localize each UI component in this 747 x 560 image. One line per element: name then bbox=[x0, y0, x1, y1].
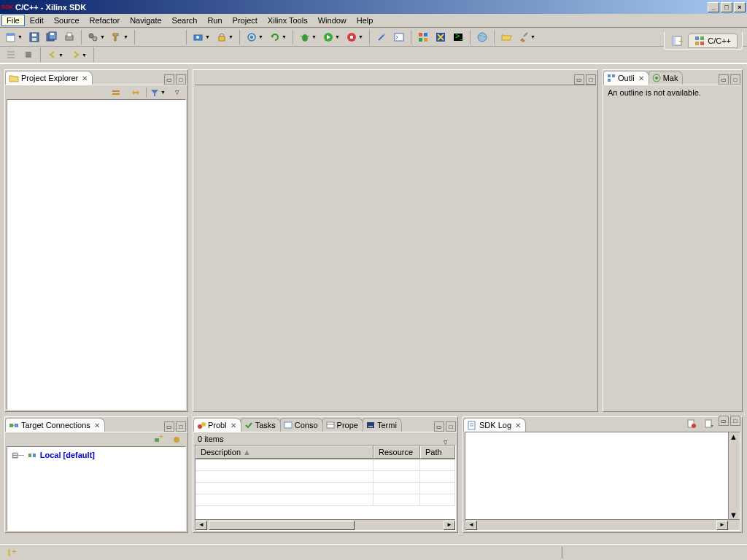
refresh-dropdown-button[interactable]: ▼ bbox=[267, 29, 289, 45]
console-button[interactable] bbox=[391, 29, 407, 45]
close-tab-icon[interactable]: ✕ bbox=[515, 421, 521, 429]
column-resource[interactable]: Resource bbox=[374, 446, 420, 459]
problems-tab[interactable]: Probl ✕ bbox=[193, 418, 241, 432]
close-button[interactable]: × bbox=[734, 2, 746, 12]
maximize-editor-button[interactable]: □ bbox=[586, 74, 596, 85]
close-tab-icon[interactable]: ✕ bbox=[94, 421, 100, 429]
minimize-view-button[interactable]: ▭ bbox=[719, 416, 729, 426]
menu-window[interactable]: Window bbox=[313, 15, 352, 26]
perspective-cpp-tab[interactable]: C/C++ bbox=[688, 34, 738, 48]
brush-dropdown-button[interactable]: ▼ bbox=[516, 29, 538, 45]
debug-dropdown-button[interactable]: ▼ bbox=[297, 29, 319, 45]
print-button[interactable] bbox=[61, 29, 77, 45]
save-button[interactable] bbox=[26, 29, 42, 45]
horizontal-scrollbar[interactable]: ◄ ► bbox=[196, 519, 455, 530]
minimize-view-button[interactable]: ▭ bbox=[164, 421, 174, 432]
menu-project[interactable]: Project bbox=[228, 15, 263, 26]
maximize-button[interactable]: □ bbox=[721, 2, 732, 12]
run-dropdown-button[interactable]: ▼ bbox=[320, 29, 342, 45]
close-tab-icon[interactable]: ✕ bbox=[638, 74, 644, 82]
status-indicator-icon[interactable]: + bbox=[3, 545, 19, 561]
view-menu-button[interactable]: ▽ bbox=[169, 85, 185, 101]
minimize-view-button[interactable]: ▭ bbox=[719, 74, 729, 85]
tree-expand-icon[interactable]: ⊟─ bbox=[12, 451, 24, 460]
problems-table[interactable]: Description ▲ Resource Path ◄ ► bbox=[195, 445, 456, 531]
target-settings-button[interactable] bbox=[169, 432, 185, 448]
minimize-view-button[interactable]: ▭ bbox=[164, 74, 174, 85]
back-dropdown-button[interactable]: ▼ bbox=[44, 47, 66, 63]
minimize-editor-button[interactable]: ▭ bbox=[574, 74, 584, 85]
minimize-button[interactable]: _ bbox=[708, 2, 719, 12]
globe-icon[interactable] bbox=[474, 29, 490, 45]
maximize-view-button[interactable]: □ bbox=[176, 421, 186, 432]
lock-dropdown-button[interactable]: ▼ bbox=[214, 29, 236, 45]
scroll-up-button[interactable]: ▲ bbox=[729, 432, 740, 441]
column-description[interactable]: Description ▲ bbox=[196, 446, 374, 459]
make-tab[interactable]: Mak bbox=[649, 71, 684, 85]
target-connections-toolbar: + bbox=[5, 432, 187, 446]
menu-xilinx-tools[interactable]: Xilinx Tools bbox=[263, 15, 313, 26]
horizontal-scrollbar[interactable]: ◄ ► bbox=[465, 519, 740, 530]
vertical-scrollbar[interactable]: ▲ ▼ bbox=[728, 432, 740, 519]
new-dropdown-button[interactable]: ▼ bbox=[3, 29, 25, 45]
close-tab-icon[interactable]: ✕ bbox=[82, 74, 88, 82]
scroll-right-button[interactable]: ► bbox=[444, 521, 455, 530]
toolbar-separator bbox=[134, 30, 135, 44]
tasks-tab[interactable]: Tasks bbox=[241, 418, 281, 432]
collapse-all-button[interactable] bbox=[108, 85, 124, 101]
menu-help[interactable]: Help bbox=[352, 15, 379, 26]
scroll-thumb[interactable] bbox=[209, 521, 355, 530]
properties-tab[interactable]: Prope bbox=[322, 418, 363, 432]
close-tab-icon[interactable]: ✕ bbox=[231, 421, 236, 429]
nav-list-button[interactable] bbox=[3, 47, 19, 63]
minimize-view-button[interactable]: ▭ bbox=[434, 421, 444, 432]
external-tools-dropdown-button[interactable]: ▼ bbox=[344, 29, 365, 45]
target-dropdown-button[interactable]: ▼ bbox=[244, 29, 266, 45]
scroll-left-button[interactable]: ◄ bbox=[465, 521, 477, 530]
menu-refactor[interactable]: Refactor bbox=[85, 15, 125, 26]
scroll-down-button[interactable]: ▼ bbox=[729, 510, 740, 519]
open-perspective-button[interactable]: + bbox=[669, 33, 685, 49]
filter-button[interactable]: ▼ bbox=[150, 85, 166, 101]
clear-log-button[interactable] bbox=[684, 416, 700, 432]
terminal-tab[interactable]: Termi bbox=[363, 418, 402, 432]
xilinx-icon[interactable] bbox=[433, 29, 449, 45]
maximize-view-button[interactable]: □ bbox=[176, 74, 186, 85]
scroll-left-button[interactable]: ◄ bbox=[196, 521, 207, 530]
target-connections-tree[interactable]: ⊟─ Local [default] bbox=[7, 446, 186, 531]
save-all-button[interactable] bbox=[44, 29, 60, 45]
menu-run[interactable]: Run bbox=[202, 15, 227, 26]
menu-search[interactable]: Search bbox=[167, 15, 203, 26]
terminal-icon[interactable]: >_ bbox=[450, 29, 466, 45]
camera-dropdown-button[interactable]: ▼ bbox=[190, 29, 212, 45]
svg-rect-45 bbox=[112, 90, 120, 92]
link-editor-button[interactable] bbox=[127, 85, 143, 101]
folder-open-icon[interactable] bbox=[498, 29, 514, 45]
sdk-log-tab[interactable]: SDK Log ✕ bbox=[463, 418, 526, 432]
grid-icon[interactable] bbox=[415, 29, 431, 45]
sdk-log-body[interactable]: ▲ ▼ ◄ ► bbox=[465, 432, 740, 531]
maximize-view-button[interactable]: □ bbox=[730, 74, 740, 85]
build-dropdown-button[interactable]: ▼ bbox=[85, 29, 107, 45]
column-path[interactable]: Path bbox=[420, 446, 455, 459]
target-local-item[interactable]: ⊟─ Local [default] bbox=[7, 447, 185, 463]
nav-stop-button[interactable] bbox=[20, 47, 36, 63]
target-connections-tab[interactable]: Target Connections ✕ bbox=[5, 418, 105, 432]
menu-file[interactable]: File bbox=[1, 15, 25, 26]
project-explorer-tab[interactable]: Project Explorer ✕ bbox=[5, 71, 93, 85]
svg-rect-40 bbox=[700, 42, 704, 45]
outline-tab[interactable]: Outli ✕ bbox=[603, 71, 649, 85]
menu-navigate[interactable]: Navigate bbox=[125, 15, 166, 26]
maximize-view-button[interactable]: □ bbox=[446, 421, 456, 432]
wand-button[interactable] bbox=[374, 29, 390, 45]
menu-edit[interactable]: Edit bbox=[25, 15, 49, 26]
menu-source[interactable]: Source bbox=[49, 15, 85, 26]
project-explorer-tree[interactable] bbox=[7, 99, 186, 410]
hammer-dropdown-button[interactable]: ▼ bbox=[109, 29, 131, 45]
console-tab[interactable]: Conso bbox=[280, 418, 323, 432]
maximize-view-button[interactable]: □ bbox=[730, 416, 740, 426]
add-target-button[interactable]: + bbox=[150, 432, 166, 448]
forward-dropdown-button[interactable]: ▼ bbox=[68, 47, 90, 63]
scroll-right-button[interactable]: ► bbox=[716, 521, 728, 530]
export-log-button[interactable] bbox=[701, 416, 717, 432]
